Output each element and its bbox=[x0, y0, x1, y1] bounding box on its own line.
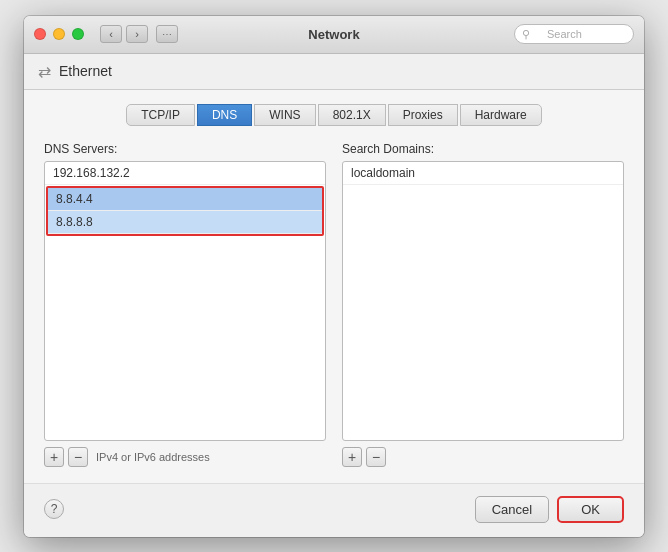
bottom-bar: ? Cancel OK bbox=[24, 483, 644, 537]
search-placeholder: Search bbox=[537, 28, 582, 40]
search-domains-label: Search Domains: bbox=[342, 142, 624, 156]
search-domains-add-button[interactable]: + bbox=[342, 447, 362, 467]
search-domain-entry-1[interactable]: localdomain bbox=[343, 162, 623, 185]
cancel-button[interactable]: Cancel bbox=[475, 496, 549, 523]
columns: DNS Servers: 192.168.132.2 8.8.4.4 8.8.8… bbox=[44, 142, 624, 467]
window-title: Network bbox=[308, 27, 359, 42]
search-domains-remove-button[interactable]: − bbox=[366, 447, 386, 467]
tab-8021x[interactable]: 802.1X bbox=[318, 104, 386, 126]
search-box[interactable]: ⚲ Search bbox=[514, 24, 634, 44]
search-domains-list[interactable]: localdomain bbox=[342, 161, 624, 441]
back-button[interactable]: ‹ bbox=[100, 25, 122, 43]
search-domains-col: Search Domains: localdomain + − bbox=[342, 142, 624, 467]
dns-hint: IPv4 or IPv6 addresses bbox=[96, 451, 210, 463]
close-button[interactable] bbox=[34, 28, 46, 40]
main-content: TCP/IP DNS WINS 802.1X Proxies Hardware … bbox=[24, 90, 644, 483]
dns-highlighted-group: 8.8.4.4 8.8.8.8 bbox=[46, 186, 324, 236]
titlebar: ‹ › ⋯ Network ⚲ Search bbox=[24, 16, 644, 54]
dns-remove-button[interactable]: − bbox=[68, 447, 88, 467]
network-window: ‹ › ⋯ Network ⚲ Search ⇄ Ethernet TCP/IP… bbox=[24, 16, 644, 537]
dns-servers-label: DNS Servers: bbox=[44, 142, 326, 156]
breadcrumb-label: Ethernet bbox=[59, 63, 112, 79]
tab-proxies[interactable]: Proxies bbox=[388, 104, 458, 126]
dns-entry-1[interactable]: 192.168.132.2 bbox=[45, 162, 325, 185]
bottom-buttons: Cancel OK bbox=[475, 496, 624, 523]
dns-servers-col: DNS Servers: 192.168.132.2 8.8.4.4 8.8.8… bbox=[44, 142, 326, 467]
zoom-button[interactable] bbox=[72, 28, 84, 40]
minimize-button[interactable] bbox=[53, 28, 65, 40]
tab-tcpip[interactable]: TCP/IP bbox=[126, 104, 195, 126]
dns-add-button[interactable]: + bbox=[44, 447, 64, 467]
dns-servers-list[interactable]: 192.168.132.2 8.8.4.4 8.8.8.8 bbox=[44, 161, 326, 441]
nav-buttons: ‹ › bbox=[100, 25, 148, 43]
dns-entry-2[interactable]: 8.8.4.4 bbox=[48, 188, 322, 211]
search-domains-actions: + − bbox=[342, 447, 624, 467]
traffic-lights bbox=[34, 28, 84, 40]
dns-entry-3[interactable]: 8.8.8.8 bbox=[48, 211, 322, 234]
help-button[interactable]: ? bbox=[44, 499, 64, 519]
tabs-row: TCP/IP DNS WINS 802.1X Proxies Hardware bbox=[44, 104, 624, 126]
breadcrumb-bar: ⇄ Ethernet bbox=[24, 54, 644, 90]
ok-button[interactable]: OK bbox=[557, 496, 624, 523]
forward-button[interactable]: › bbox=[126, 25, 148, 43]
grid-button[interactable]: ⋯ bbox=[156, 25, 178, 43]
tab-wins[interactable]: WINS bbox=[254, 104, 315, 126]
search-icon: ⚲ bbox=[522, 28, 530, 41]
tab-dns[interactable]: DNS bbox=[197, 104, 252, 126]
tab-hardware[interactable]: Hardware bbox=[460, 104, 542, 126]
breadcrumb-icon: ⇄ bbox=[38, 62, 51, 81]
search-area: ⚲ Search bbox=[514, 24, 634, 44]
dns-servers-actions: + − IPv4 or IPv6 addresses bbox=[44, 447, 326, 467]
